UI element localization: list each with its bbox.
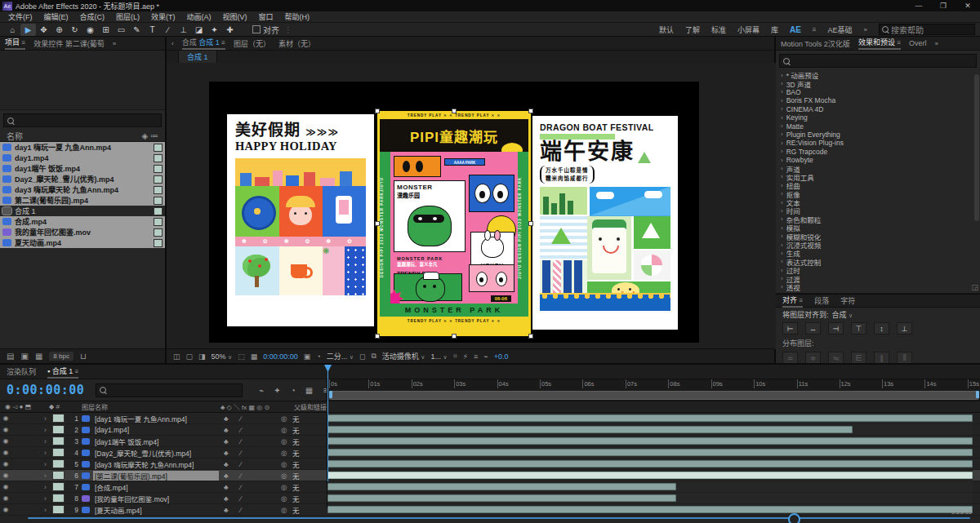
layer-color-swatch[interactable] bbox=[52, 414, 65, 423]
workspace-more-icon[interactable]: » bbox=[864, 26, 867, 33]
layer-duration-bar[interactable] bbox=[327, 414, 973, 422]
layer-track[interactable] bbox=[327, 459, 973, 470]
composition-mini-flowchart-icon[interactable]: ⌁ bbox=[259, 386, 264, 395]
eye-icon[interactable]: ◉ bbox=[0, 437, 11, 445]
label-color-chip[interactable] bbox=[154, 207, 163, 215]
viewer-stage[interactable]: 美好假期 ≫≫≫ HAPPY HOLIDAY bbox=[167, 63, 776, 349]
layer-track[interactable] bbox=[327, 424, 973, 436]
effect-category[interactable]: › 沉浸式视频 bbox=[776, 241, 980, 249]
align-top[interactable]: ⊤ bbox=[851, 322, 866, 335]
share-view-icon[interactable]: ◨ bbox=[198, 352, 206, 361]
layer-name[interactable]: [我的童年回忆图鉴.mov] bbox=[93, 494, 219, 503]
roi-icon[interactable]: ◻ bbox=[359, 352, 365, 361]
workspace-standard[interactable]: 标准 bbox=[711, 24, 726, 35]
layer-color-swatch[interactable] bbox=[52, 448, 65, 457]
align-v-center[interactable]: ↕ bbox=[874, 322, 889, 335]
selection-handle[interactable] bbox=[529, 335, 532, 338]
menu-item[interactable]: 合成(C) bbox=[75, 11, 110, 22]
eye-icon[interactable]: ◉ bbox=[0, 483, 11, 490]
pickwhip-icon[interactable]: ◎ bbox=[281, 494, 292, 503]
zoom[interactable]: ⊕ bbox=[51, 24, 67, 36]
snapshot-camera-icon[interactable]: ▣ bbox=[304, 352, 311, 361]
scrollbar-thumb[interactable] bbox=[974, 74, 979, 221]
project-color-depth[interactable]: 8 bpc bbox=[49, 352, 74, 361]
layer-duration-bar[interactable] bbox=[327, 437, 973, 445]
layer-switches[interactable]: ♣ ∕ bbox=[219, 414, 281, 423]
resolution-select[interactable]: 二分... ∨ bbox=[327, 351, 354, 361]
layer-duration-bar[interactable] bbox=[327, 460, 973, 468]
tab-timeline-comp[interactable]: ▪ 合成 1 ≡ bbox=[47, 366, 78, 379]
layer-name-column[interactable]: 图层名称 bbox=[82, 402, 220, 411]
effect-category[interactable]: › 杂色和颗粒 bbox=[776, 215, 980, 224]
layer-switches[interactable]: ♣ ∕ bbox=[219, 494, 281, 503]
work-area-bar[interactable] bbox=[329, 391, 979, 400]
menu-item[interactable]: 图层(L) bbox=[111, 11, 145, 22]
tab-scroll-left-icon[interactable]: ‹ bbox=[172, 40, 174, 47]
menu-item[interactable]: 效果(T) bbox=[146, 11, 180, 22]
tab-composition[interactable]: 合成 合成 1 ≡ bbox=[182, 37, 225, 50]
selection-handle[interactable] bbox=[376, 109, 379, 113]
layer-name[interactable]: [day3 嗨玩摩天轮 九鱼Ann.mp4] bbox=[93, 459, 219, 469]
fast-previews-icon[interactable]: ⚡ bbox=[463, 352, 468, 361]
layer-color-swatch[interactable] bbox=[52, 482, 65, 491]
label-color-chip[interactable] bbox=[154, 218, 163, 226]
tab-footage[interactable]: 素材（无） bbox=[278, 38, 315, 49]
effect-category[interactable]: › Keying bbox=[776, 113, 980, 122]
pickwhip-icon[interactable]: ◎ bbox=[281, 414, 292, 423]
project-item[interactable]: 合成 1 bbox=[0, 206, 165, 216]
project-item[interactable]: day1端午 饭饭.mp4 bbox=[0, 163, 165, 174]
new-composition-icon[interactable]: ▦ bbox=[35, 352, 42, 361]
dist-left[interactable]: ⋿ bbox=[851, 352, 866, 364]
effect-category[interactable]: › 抠像 bbox=[776, 189, 980, 197]
expand-arrow-icon[interactable]: › bbox=[44, 494, 52, 503]
tab-effect-controls[interactable]: 效果控件 第二课(葡萄 bbox=[33, 38, 105, 49]
pickwhip-icon[interactable]: ◎ bbox=[281, 483, 292, 491]
layer-switches[interactable]: ♣ ∕ bbox=[219, 460, 281, 468]
effects-search-input[interactable] bbox=[779, 54, 977, 68]
effect-category[interactable]: › BAO bbox=[776, 88, 980, 96]
layer-name[interactable]: [合成.mp4] bbox=[93, 482, 219, 492]
magnification-select[interactable]: 50% ∨ bbox=[212, 352, 233, 361]
primary-viewer-icon[interactable]: ▢ bbox=[186, 352, 194, 361]
effect-category[interactable]: › CINEMA 4D bbox=[776, 105, 980, 113]
layer-duration-bar[interactable] bbox=[327, 449, 973, 456]
layer-name[interactable]: [day1端午 饭饭.mp4] bbox=[93, 437, 219, 446]
workspace-menu-icon[interactable]: ≡ bbox=[813, 26, 817, 33]
tab-paragraph[interactable]: 段落 bbox=[814, 295, 829, 306]
selection-handle[interactable] bbox=[376, 335, 379, 338]
layer-track[interactable] bbox=[327, 413, 973, 424]
view-layout-select[interactable]: 1... ∨ bbox=[430, 352, 447, 361]
layer-color-swatch[interactable] bbox=[52, 459, 65, 468]
label-color-chip[interactable] bbox=[154, 144, 163, 152]
panel-more-icon[interactable]: » bbox=[935, 40, 938, 47]
project-item[interactable]: 第二课(葡萄乐园).mp4 bbox=[0, 195, 165, 206]
pickwhip-icon[interactable]: ◎ bbox=[281, 437, 292, 445]
tab-character[interactable]: 字符 bbox=[840, 295, 855, 306]
layer-duration-bar[interactable] bbox=[327, 483, 676, 490]
eye-icon[interactable]: ◉ bbox=[0, 460, 11, 468]
pen[interactable]: ✎ bbox=[129, 24, 145, 36]
frame-blending-icon[interactable]: ▦ bbox=[305, 386, 313, 395]
viewer-timecode[interactable]: 0:00:00:00 bbox=[263, 352, 298, 361]
expand-arrow-icon[interactable]: › bbox=[44, 437, 52, 445]
expand-arrow-icon[interactable]: › bbox=[44, 449, 52, 457]
selection[interactable]: ▶ bbox=[20, 24, 36, 36]
label-number-columns[interactable]: ◆ # bbox=[49, 403, 82, 410]
roto-brush[interactable]: ✦ bbox=[207, 24, 222, 36]
menu-item[interactable]: 视图(V) bbox=[218, 11, 252, 22]
label-color-chip[interactable] bbox=[154, 165, 163, 173]
layer-duration-bar[interactable] bbox=[327, 426, 853, 433]
expand-arrow-icon[interactable]: › bbox=[44, 414, 52, 423]
tab-project[interactable]: 项目 ≡ bbox=[5, 37, 25, 50]
effect-category[interactable]: › Boris FX Mocha bbox=[776, 96, 980, 104]
label-color-chip[interactable] bbox=[154, 175, 163, 184]
puppet[interactable]: ✚ bbox=[222, 24, 238, 36]
always-preview-icon[interactable]: ◫ bbox=[173, 352, 180, 361]
effect-category[interactable]: › RE:Vision Plug-ins bbox=[776, 139, 980, 147]
project-item[interactable]: Day2_摩天轮_雪儿(优秀).mp4 bbox=[0, 174, 165, 184]
flowchart-icon[interactable]: ⌁ bbox=[483, 352, 488, 361]
eraser[interactable]: ◪ bbox=[191, 24, 207, 36]
dist-bottom[interactable]: ≒ bbox=[828, 352, 844, 364]
pixel-aspect-icon[interactable]: ⌗ bbox=[453, 352, 457, 361]
effect-category[interactable]: › Rowbyte bbox=[776, 156, 980, 164]
